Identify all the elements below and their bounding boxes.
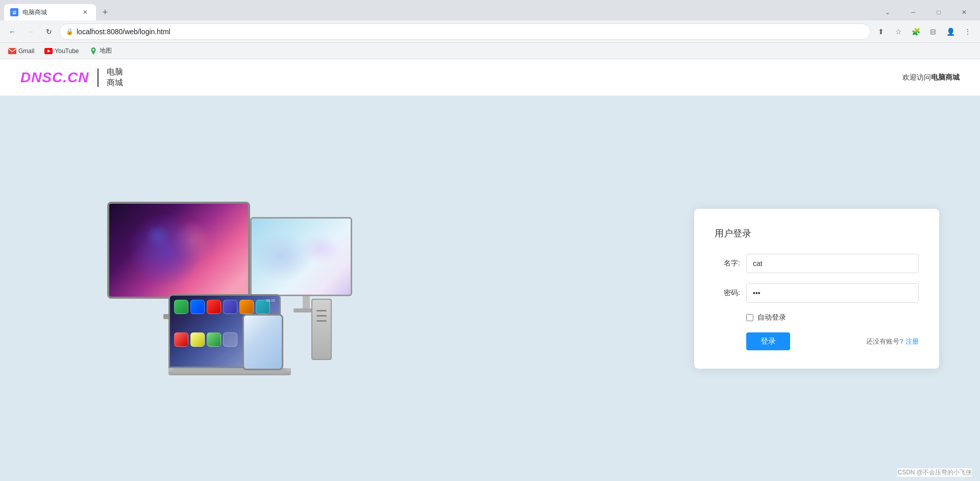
svg-text:🖥: 🖥 <box>12 10 17 15</box>
monitor-right-screen <box>250 217 352 296</box>
app-icon <box>190 332 205 347</box>
address-bar[interactable]: 🔒 localhost:8080/web/login.html <box>59 23 871 40</box>
maps-favicon <box>89 47 97 55</box>
password-form-row: 密码: <box>715 283 919 303</box>
password-input[interactable] <box>746 283 919 303</box>
extensions-button[interactable]: 🧩 <box>908 23 924 40</box>
profile-icon: 👤 <box>946 28 955 36</box>
bookmark-icon: ☆ <box>895 28 902 36</box>
header-welcome-text: 欢迎访问电脑商城 <box>902 73 960 82</box>
bookmarks-bar: Gmail YouTube 地图 <box>0 43 980 59</box>
tower-pc <box>311 299 332 360</box>
bookmark-button[interactable]: ☆ <box>890 23 906 40</box>
login-button[interactable]: 登录 <box>746 332 790 350</box>
tab-title: 电脑商城 <box>22 8 77 17</box>
bookmark-youtube-label: YouTube <box>55 47 79 55</box>
back-button[interactable]: ← <box>4 23 20 40</box>
app-icon <box>190 300 205 314</box>
monitor-swirl-graphic <box>109 204 248 297</box>
app-icon <box>174 300 188 314</box>
profile-button[interactable]: 👤 <box>942 23 959 40</box>
page-content: DNSC.CN 电脑 商城 欢迎访问电脑商城 <box>0 59 980 481</box>
site-logo: DNSC.CN 电脑 商城 <box>20 67 123 88</box>
tab-bar: 🖥 电脑商城 ✕ + ⌄ ─ □ ✕ <box>0 0 980 20</box>
refresh-button[interactable]: ↻ <box>41 23 57 40</box>
forward-button[interactable]: → <box>22 23 39 40</box>
browser-toolbar: ← → ↻ 🔒 localhost:8080/web/login.html ⬆ … <box>0 20 980 43</box>
login-title: 用户登录 <box>715 227 919 239</box>
app-icon <box>239 300 254 314</box>
menu-button[interactable]: ⋮ <box>960 23 976 40</box>
name-input[interactable] <box>746 254 919 273</box>
toolbar-actions: ⬆ ☆ 🧩 ⊟ 👤 ⋮ <box>873 23 976 40</box>
window-controls: ⌄ ─ □ ✕ <box>876 4 980 20</box>
logo-separator <box>97 68 99 87</box>
refresh-icon: ↻ <box>46 28 52 36</box>
bookmark-gmail-label: Gmail <box>18 47 34 55</box>
minimize-icon: ─ <box>911 9 916 16</box>
app-icon <box>207 332 221 347</box>
share-icon: ⬆ <box>878 28 884 36</box>
close-button[interactable]: ✕ <box>952 4 976 20</box>
menu-icon: ⋮ <box>964 28 971 36</box>
auto-login-row: 自动登录 <box>715 313 919 322</box>
name-label: 名字: <box>715 259 740 268</box>
auto-login-checkbox[interactable] <box>746 314 753 321</box>
app-icon <box>174 332 188 347</box>
bookmark-youtube[interactable]: YouTube <box>40 46 83 56</box>
youtube-favicon <box>44 47 53 55</box>
tab-close-button[interactable]: ✕ <box>81 8 90 17</box>
app-icon <box>223 300 237 314</box>
lock-icon: 🔒 <box>66 28 74 35</box>
maximize-icon: □ <box>937 9 940 16</box>
extensions-icon: 🧩 <box>912 28 920 36</box>
gmail-favicon <box>8 47 16 55</box>
auto-login-label: 自动登录 <box>757 313 786 322</box>
bookmark-maps[interactable]: 地图 <box>85 45 116 56</box>
chevron-down-button[interactable]: ⌄ <box>876 4 899 20</box>
logo-dnsc-text: DNSC.CN <box>20 69 89 86</box>
svg-rect-2 <box>8 48 16 54</box>
monitor-large-screen <box>107 202 250 299</box>
illustration-area: 08:00 <box>41 202 398 375</box>
login-card: 用户登录 名字: 密码: 自动登录 登录 还没有账号? 注册 <box>694 209 939 369</box>
bookmark-gmail[interactable]: Gmail <box>4 46 38 56</box>
app-icon <box>207 300 221 314</box>
tablet-screen <box>242 314 283 370</box>
minimize-button[interactable]: ─ <box>901 4 925 20</box>
sidebar-icon: ⊟ <box>930 28 936 36</box>
bookmark-maps-label: 地图 <box>100 46 112 55</box>
name-form-row: 名字: <box>715 254 919 273</box>
watermark-text: CSDN @不会压弯的小飞侠 <box>897 469 972 476</box>
share-button[interactable]: ⬆ <box>873 23 889 40</box>
password-label: 密码: <box>715 288 740 298</box>
site-name: 电脑商城 <box>931 73 960 81</box>
app-icon <box>223 332 237 347</box>
maximize-button[interactable]: □ <box>927 4 950 20</box>
monitor-right-stand <box>303 296 310 308</box>
register-section: 还没有账号? 注册 <box>866 336 919 346</box>
close-icon: ✕ <box>962 9 967 16</box>
new-tab-button[interactable]: + <box>98 5 112 19</box>
register-prompt-text: 还没有账号? <box>866 338 903 345</box>
tablet <box>240 314 286 370</box>
address-bar-url: localhost:8080/web/login.html <box>77 28 864 36</box>
computer-illustration: 08:00 <box>77 202 362 375</box>
forward-icon: → <box>27 28 34 36</box>
chevron-down-icon: ⌄ <box>885 9 890 16</box>
svg-point-5 <box>92 49 94 51</box>
form-actions: 登录 还没有账号? 注册 <box>715 332 919 350</box>
active-tab[interactable]: 🖥 电脑商城 ✕ <box>4 4 96 20</box>
sidebar-button[interactable]: ⊟ <box>925 23 941 40</box>
browser-chrome: 🖥 电脑商城 ✕ + ⌄ ─ □ ✕ ← → <box>0 0 980 59</box>
register-link[interactable]: 注册 <box>905 338 919 345</box>
laptop-status-bar: 08:00 <box>266 299 275 302</box>
tab-favicon: 🖥 <box>10 8 18 16</box>
back-icon: ← <box>9 28 16 36</box>
logo-chinese-text: 电脑 商城 <box>107 67 123 88</box>
site-header: DNSC.CN 电脑 商城 欢迎访问电脑商城 <box>0 59 980 96</box>
main-area: 08:00 <box>0 96 980 481</box>
page-footer: CSDN @不会压弯的小飞侠 <box>897 468 972 477</box>
